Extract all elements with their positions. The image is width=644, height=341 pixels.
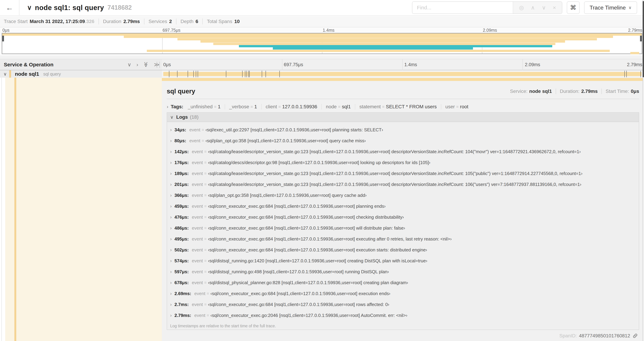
total-spans-label: Total Spans: [207, 19, 232, 24]
expand-one-icon[interactable]: ›: [136, 62, 138, 68]
chevron-right-icon[interactable]: ›: [170, 138, 172, 143]
log-entry[interactable]: ›486μs:event=‹sql/conn_executor_exec.go:…: [169, 223, 639, 234]
equals-sign: =: [204, 160, 206, 165]
total-spans-value: 10: [234, 19, 240, 24]
chevron-right-icon[interactable]: ›: [170, 302, 172, 307]
prev-result-icon[interactable]: ∧: [531, 4, 535, 11]
chevron-right-icon[interactable]: ›: [170, 280, 172, 285]
deep-link-icon[interactable]: [632, 333, 638, 338]
equals-sign: =: [382, 104, 384, 109]
chevron-right-icon[interactable]: ›: [170, 247, 172, 253]
keyboard-shortcuts-button[interactable]: ⌘: [567, 2, 580, 14]
chevron-right-icon[interactable]: ›: [170, 258, 172, 263]
chevron-right-icon[interactable]: ›: [170, 149, 172, 154]
log-timestamp: 2.7ms:: [174, 302, 189, 307]
service-color-stripe: [9, 70, 11, 78]
log-field-key: event: [192, 160, 203, 165]
minimap-canvas[interactable]: [2, 33, 642, 54]
log-entry[interactable]: ›34μs:event=‹sql/exec_util.go:2297 [nsql…: [169, 124, 639, 135]
log-field-value: ‹sql/exec_util.go:2297 [nsql1,client=127…: [206, 127, 383, 133]
equals-sign: =: [204, 269, 206, 274]
view-selector-button[interactable]: Trace Timeline ∨: [584, 2, 637, 14]
log-entry[interactable]: ›678μs:event=‹sql/distsql_physical_plann…: [169, 277, 639, 288]
equals-sign: =: [204, 248, 206, 252]
minimap-tick-label: 1.4ms: [322, 28, 334, 33]
span-log-marker: [280, 71, 280, 77]
tag-key: _verbose: [229, 104, 249, 110]
log-entry[interactable]: ›142μs:event=‹sql/catalog/lease/descript…: [169, 146, 639, 157]
chevron-right-icon[interactable]: ›: [170, 160, 172, 165]
view-selector-label: Trace Timeline: [590, 5, 626, 11]
chevron-right-icon[interactable]: ›: [170, 236, 172, 242]
log-entry[interactable]: ›189μs:event=‹sql/catalog/lease/descript…: [169, 168, 639, 179]
log-field-value: ‹sql/distsql_running.go:1420 [nsql1,clie…: [208, 258, 427, 263]
trace-collapse-chevron-icon[interactable]: ∨: [27, 4, 32, 12]
logs-header[interactable]: ∨ Logs (18): [167, 113, 639, 122]
row-collapse-chevron-icon[interactable]: ∨: [4, 71, 7, 77]
span-bar[interactable]: [163, 70, 642, 78]
span-row-node-sql1[interactable]: ∨ node sql1 sql query: [0, 70, 644, 78]
tags-section[interactable]: › Tags: _unfinished=1_verbose=1client=12…: [167, 102, 639, 112]
chevron-right-icon[interactable]: ›: [170, 182, 172, 187]
span-id-value: 4877749850101760812: [579, 333, 630, 338]
log-timestamp: 597μs:: [174, 269, 189, 274]
log-timestamp: 366μs:: [174, 193, 189, 198]
log-field-key: event: [192, 193, 203, 198]
clear-search-icon[interactable]: ×: [553, 5, 556, 11]
span-log-marker: [193, 71, 194, 77]
chevron-right-icon[interactable]: ›: [170, 214, 172, 220]
chevron-right-icon[interactable]: ›: [170, 291, 172, 296]
log-entry[interactable]: ›502μs:event=‹sql/conn_executor_exec.go:…: [169, 244, 639, 255]
log-entry[interactable]: ›80μs:event=‹sql/plan_opt.go:358 [nsql1,…: [169, 135, 639, 146]
collapse-one-icon[interactable]: ∨: [128, 62, 131, 68]
log-field-key: event: [192, 236, 203, 242]
log-entry[interactable]: ›176μs:event=‹sql/catalog/descs/descript…: [169, 157, 639, 168]
column-resizer-handle[interactable]: [157, 62, 160, 68]
tags-list: _unfinished=1_verbose=1client=127.0.0.1:…: [188, 104, 468, 110]
log-entry[interactable]: ›476μs:event=‹sql/conn_executor_exec.go:…: [169, 212, 639, 223]
collapse-controls: ∨ › ≫ ≫: [128, 62, 160, 68]
span-log-marker: [198, 71, 198, 77]
scrollbar-thumb[interactable]: [642, 1, 644, 77]
span-log-marker: [262, 71, 262, 77]
log-entry[interactable]: ›597μs:event=‹sql/distsql_running.go:498…: [169, 266, 639, 277]
collapse-all-icon[interactable]: ≫: [143, 62, 149, 67]
tag-key: statement: [360, 104, 381, 110]
chevron-right-icon[interactable]: ›: [170, 171, 172, 176]
log-timestamp: 486μs:: [174, 225, 189, 231]
chevron-right-icon[interactable]: ›: [170, 193, 172, 198]
chevron-right-icon[interactable]: ›: [170, 127, 172, 133]
log-entry[interactable]: ›366μs:event=‹sql/plan_opt.go:358 [nsql1…: [169, 190, 639, 201]
trace-start-label: Trace Start: [4, 19, 28, 24]
log-entry[interactable]: ›495μs:event=‹sql/conn_executor_exec.go:…: [169, 234, 639, 244]
chevron-right-icon[interactable]: ›: [167, 104, 168, 110]
chevron-right-icon[interactable]: ›: [170, 313, 172, 318]
chevron-right-icon[interactable]: ›: [170, 225, 172, 231]
log-field-value: ‹sql/catalog/descs/descriptor.go:98 [nsq…: [208, 160, 430, 165]
vertical-scrollbar: [642, 0, 644, 341]
next-result-icon[interactable]: ∨: [542, 4, 546, 11]
find-input[interactable]: [412, 2, 513, 14]
chevron-right-icon[interactable]: ›: [170, 204, 172, 209]
locate-icon[interactable]: ◎: [519, 4, 524, 11]
log-entry[interactable]: ›2.79ms:event=‹sql/conn_executor_exec.go…: [169, 310, 639, 321]
span-log-marker: [188, 71, 188, 77]
log-entry[interactable]: ›574μs:event=‹sql/distsql_running.go:142…: [169, 255, 639, 266]
log-entry[interactable]: ›2.7ms:event=‹sql/conn_executor_exec.go:…: [169, 299, 639, 310]
log-entry[interactable]: ›459μs:event=‹sql/conn_executor_exec.go:…: [169, 201, 639, 212]
start-time-value: 0μs: [631, 89, 639, 94]
span-log-marker: [245, 71, 245, 77]
back-button[interactable]: ←: [0, 0, 20, 16]
chevron-right-icon[interactable]: ›: [170, 269, 172, 274]
divider: [602, 89, 602, 94]
span-row-label[interactable]: ∨ node sql1 sql query: [0, 70, 162, 78]
log-entry[interactable]: ›2.69ms:event=‹sql/conn_executor_exec.go…: [169, 288, 639, 299]
chevron-down-icon[interactable]: ∨: [170, 115, 174, 120]
equals-sign: =: [250, 104, 253, 109]
log-field-value: ‹sql/conn_executor_exec.go:684 [nsql1,cl…: [208, 247, 427, 253]
log-timestamp: 678μs:: [174, 280, 189, 285]
log-entry[interactable]: ›201μs:event=‹sql/catalog/lease/descript…: [169, 179, 639, 190]
log-field-key: event: [194, 313, 206, 318]
log-field-key: event: [192, 182, 203, 187]
span-log-marker: [248, 71, 249, 77]
